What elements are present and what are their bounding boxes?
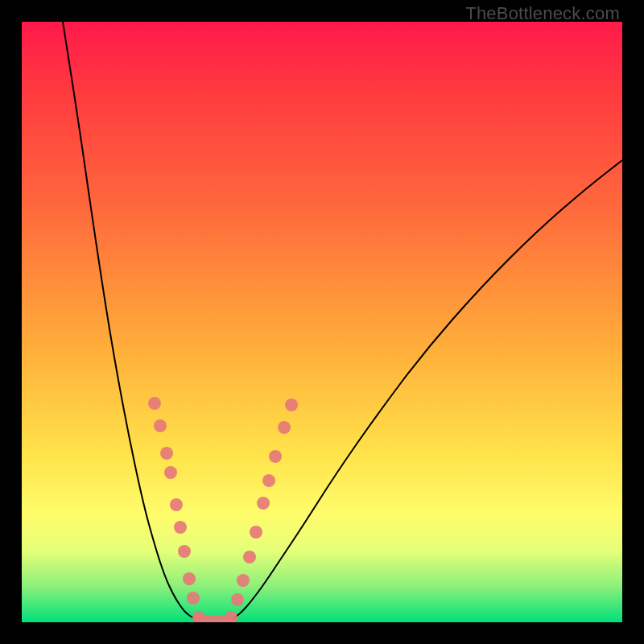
data-dot-right xyxy=(243,551,256,564)
data-dot-left xyxy=(170,498,183,511)
chart-svg xyxy=(22,22,622,622)
data-dot-right xyxy=(269,450,282,463)
data-dot-right xyxy=(231,593,244,606)
data-dot-right xyxy=(257,497,270,510)
data-dot-right xyxy=(225,611,237,622)
data-dot-left xyxy=(160,447,173,460)
data-dot-left xyxy=(192,611,205,622)
chart-container: TheBottleneck.com xyxy=(0,0,644,644)
data-dot-right xyxy=(250,526,262,539)
data-dot-right xyxy=(237,574,250,587)
data-dot-right xyxy=(285,398,298,411)
data-dot-left xyxy=(183,572,196,585)
right-curve xyxy=(233,160,622,619)
data-dot-left xyxy=(174,521,187,534)
data-dot-right xyxy=(262,474,275,487)
data-dot-left xyxy=(178,545,191,558)
data-dot-left xyxy=(148,397,161,410)
data-dot-left xyxy=(164,466,177,479)
data-dot-right xyxy=(278,421,291,434)
data-dot-left xyxy=(154,419,167,432)
data-dot-left xyxy=(187,592,200,605)
plot-area xyxy=(22,22,622,622)
